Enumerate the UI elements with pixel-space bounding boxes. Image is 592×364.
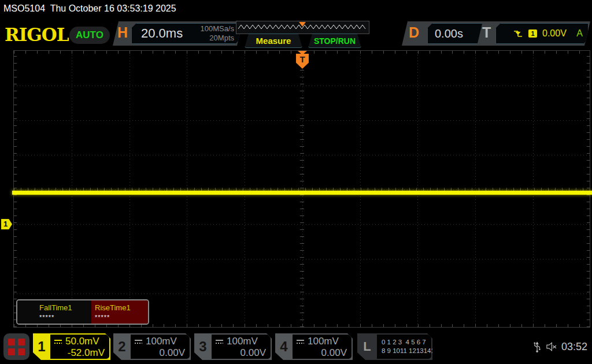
channel1-trace — [12, 191, 592, 195]
measurement-panel: FallTime1 ***** RiseTime1 ***** — [16, 299, 149, 325]
horizontal-label: H — [117, 24, 128, 41]
trigger-label: T — [482, 24, 491, 41]
measure-button[interactable]: Measure — [245, 34, 302, 48]
menu-button[interactable] — [3, 333, 29, 360]
sample-rate: 100MSa/s — [200, 24, 234, 34]
logic-channels-button[interactable]: L 0 1 2 3 4 5 6 7 8 9 1011 12131415 — [357, 333, 432, 360]
channel2-offset: 0.00V — [160, 347, 185, 359]
channel1-scale: 50.0mV — [65, 336, 99, 347]
channel1-offset: -52.0mV — [68, 347, 105, 359]
horizontal-timebase-box[interactable]: H 20.0ms 100MSa/s 20Mpts — [113, 21, 243, 46]
status-icons: 03:52 — [528, 333, 592, 360]
graticule: T — [13, 50, 590, 328]
delay-label: D — [409, 24, 419, 41]
measurement-risetime-selected[interactable]: RiseTime1 ***** — [91, 300, 148, 324]
trigger-box[interactable]: T 1 0.00V A — [477, 21, 590, 46]
dc-coupling-icon — [296, 339, 305, 344]
dc-coupling-icon — [134, 339, 143, 344]
trigger-level-value: 0.00V — [542, 28, 567, 39]
model-and-datetime: MSO5104 Thu October 16 03:53:19 2025 — [3, 3, 176, 14]
dc-coupling-icon — [215, 339, 224, 344]
memory-depth: 20Mpts — [200, 34, 234, 43]
oscilloscope-screen: MSO5104 Thu October 16 03:53:19 2025 RIG… — [0, 0, 592, 364]
waveform-overview-strip[interactable] — [236, 21, 369, 34]
rigol-logo: RIGOL — [5, 24, 69, 45]
channel4-scale: 100mV — [308, 336, 339, 347]
channel2-scale: 100mV — [146, 336, 177, 347]
clock: 03:52 — [561, 341, 587, 353]
falling-edge-trigger-icon — [513, 29, 523, 38]
trigger-sweep-mode: A — [576, 28, 583, 39]
measurement-falltime[interactable]: FallTime1 ***** — [17, 300, 91, 324]
dc-coupling-icon — [54, 339, 62, 344]
overview-trigger-position-icon[interactable] — [299, 22, 306, 27]
channel3-scale: 100mV — [227, 336, 258, 347]
channel3-button[interactable]: 3 100mV 0.00V — [194, 333, 272, 360]
trigger-source-badge: 1 — [528, 29, 537, 38]
channel4-button[interactable]: 4 100mV 0.00V — [275, 333, 353, 360]
logic-row-0-7: 0 1 2 3 4 5 6 7 — [382, 338, 431, 347]
channel2-button[interactable]: 2 100mV 0.00V — [113, 333, 191, 360]
trigger-position-marker[interactable]: T — [296, 54, 309, 69]
speaker-muted-icon — [546, 341, 558, 352]
timebase-value: 20.0ms — [141, 26, 183, 41]
channel4-offset: 0.00V — [321, 347, 347, 359]
delay-value: 0.00s — [435, 27, 463, 40]
logic-row-8-15: 8 9 1011 12131415 — [382, 347, 431, 355]
stop-run-button[interactable]: STOP/RUN — [308, 34, 361, 48]
channel1-position-marker[interactable]: 1 — [1, 219, 12, 229]
auto-status-badge[interactable]: AUTO — [69, 27, 110, 44]
channel3-offset: 0.00V — [240, 347, 266, 359]
channel1-button[interactable]: 1 50.0mV -52.0mV — [33, 333, 110, 360]
usb-icon — [533, 340, 541, 354]
